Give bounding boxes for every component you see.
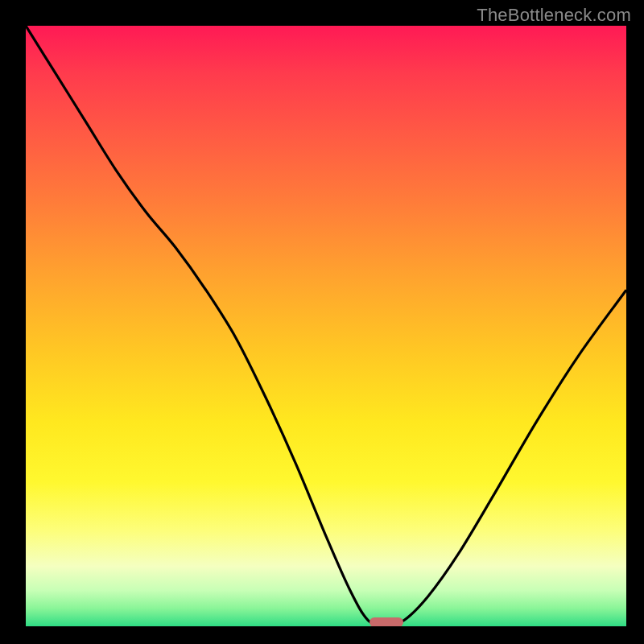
plot-area bbox=[26, 26, 626, 626]
bottleneck-curve bbox=[26, 26, 626, 626]
optimal-marker bbox=[369, 617, 403, 626]
chart-frame: TheBottleneck.com bbox=[0, 0, 644, 644]
watermark-text: TheBottleneck.com bbox=[477, 5, 631, 26]
